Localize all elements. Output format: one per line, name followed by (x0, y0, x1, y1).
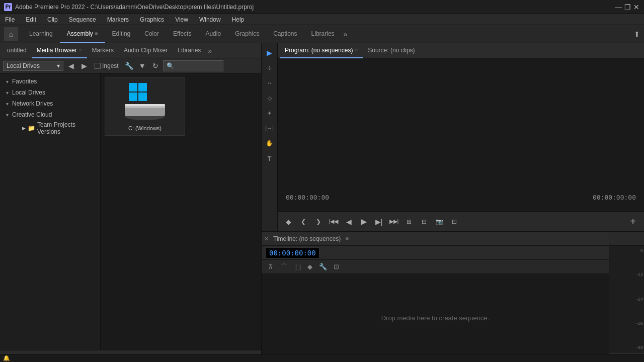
in-point-button[interactable]: ❮ (297, 215, 310, 228)
step-back-button[interactable]: ◀ (342, 215, 355, 228)
timeline-menu-icon[interactable]: ≡ (346, 236, 349, 241)
insert-button[interactable]: ⊞ (403, 215, 416, 228)
razor-tool-button[interactable]: ◇ (263, 92, 276, 105)
search-input[interactable] (163, 60, 223, 71)
timeline-timecode-value[interactable]: 00:00:00:00 (266, 247, 319, 258)
workspace-tab-editing[interactable]: Editing (105, 25, 138, 43)
go-to-in-button[interactable]: |◀◀ (327, 215, 340, 228)
level-mark-24: -24 (630, 297, 643, 302)
tab-media-browser[interactable]: Media Browser ≡ (32, 43, 87, 58)
tab-libraries[interactable]: Libraries (173, 43, 206, 58)
workspace-tab-graphics[interactable]: Graphics (228, 25, 266, 43)
menu-markers[interactable]: Markers (105, 15, 131, 24)
maximize-button[interactable]: ❐ (624, 4, 631, 11)
workspace-tab-audio[interactable]: Audio (198, 25, 228, 43)
navigate-back-button[interactable]: ◀ (65, 60, 76, 71)
c-drive-thumbnail (110, 82, 180, 122)
slip-tool-button[interactable]: ✦ (263, 107, 276, 120)
tree-team-projects-versions[interactable]: ▶ 📁 Team Projects Versions (0, 120, 100, 137)
tl-snap-button[interactable]: ⊼ (266, 262, 276, 272)
window-controls: — ❐ ✕ (615, 4, 640, 11)
tree-section-favorites: ▾ Favorites (0, 76, 100, 86)
left-panel: untitled Media Browser ≡ Markers Audio C… (0, 43, 262, 362)
refresh-icon[interactable]: ↻ (150, 60, 161, 71)
hand-tool-button[interactable]: ✋ (263, 137, 276, 150)
menu-graphics[interactable]: Graphics (138, 15, 166, 24)
favorites-label: Favorites (12, 78, 37, 85)
program-menu-icon: ≡ (355, 47, 358, 53)
menu-view[interactable]: View (173, 15, 190, 24)
menu-help[interactable]: Help (230, 15, 247, 24)
timeline-toolbar: ⊼ ⌒ ⋮| ◆ 🔧 ⊡ (262, 260, 609, 274)
settings-button[interactable]: ⊡ (448, 215, 461, 228)
close-button[interactable]: ✕ (633, 4, 640, 11)
tl-wrench-button[interactable]: 🔧 (318, 262, 328, 272)
svg-rect-7 (125, 104, 165, 106)
tl-linked-button[interactable]: ⌒ (279, 262, 289, 272)
tree-section-creative-cloud: ▾ Creative Cloud ▶ 📁 Team Projects Versi… (0, 110, 100, 137)
left-tabs-more-icon[interactable]: » (208, 47, 212, 55)
workspace-tab-effects[interactable]: Effects (166, 25, 198, 43)
minimize-button[interactable]: — (615, 4, 622, 11)
workspace-tab-assembly[interactable]: Assembly ≡ (60, 25, 105, 43)
workspace-more-icon[interactable]: » (344, 30, 348, 38)
menu-window[interactable]: Window (197, 15, 223, 24)
ripple-edit-tool-button[interactable]: ↔ (263, 76, 276, 89)
tl-settings-button[interactable]: ⊡ (331, 262, 341, 272)
timeline-body: Drop media here to create sequence. (262, 274, 609, 362)
tree-network-drives-header[interactable]: ▾ Network Drives (0, 99, 100, 109)
export-button[interactable]: ⬆ (634, 30, 640, 38)
ingest-checkbox[interactable] (95, 63, 101, 69)
out-point-button[interactable]: ❯ (312, 215, 325, 228)
workspace-tab-color[interactable]: Color (137, 25, 166, 43)
pen-tool-button[interactable]: |↔| (263, 122, 276, 135)
export-frame-button[interactable]: 📷 (433, 215, 446, 228)
workspace-tab-captions[interactable]: Captions (266, 25, 304, 43)
location-dropdown[interactable]: Local Drives ▾ (3, 61, 63, 71)
home-button[interactable]: ⌂ (4, 27, 18, 41)
navigate-forward-button[interactable]: ▶ (78, 60, 90, 71)
ingest-label: Ingest (102, 62, 119, 69)
network-drives-expand-icon: ▾ (4, 101, 10, 107)
filter-icon[interactable]: ▼ (137, 60, 148, 71)
timeline-close-button[interactable]: × (265, 235, 268, 242)
menu-file[interactable]: File (3, 15, 17, 24)
track-select-tool-button[interactable]: ⊹ (263, 61, 276, 74)
workspace-tab-libraries[interactable]: Libraries (304, 25, 342, 43)
tab-source[interactable]: Source: (no clips) (363, 43, 420, 58)
tab-markers[interactable]: Markers (87, 43, 119, 58)
sidebar-tree: ▾ Favorites ▾ Local Drives ▾ Network Dri… (0, 73, 101, 350)
tree-local-drives-header[interactable]: ▾ Local Drives (0, 87, 100, 98)
tl-keyframe-button[interactable]: ◆ (305, 262, 315, 272)
tab-program[interactable]: Program: (no sequences) ≡ (280, 43, 363, 58)
marker-button[interactable]: ◆ (282, 215, 295, 228)
tab-audio-clip-mixer[interactable]: Audio Clip Mixer (119, 43, 173, 58)
menu-clip[interactable]: Clip (45, 15, 60, 24)
tree-favorites-header[interactable]: ▾ Favorites (0, 76, 100, 86)
step-forward-button[interactable]: ▶| (372, 215, 385, 228)
play-button[interactable]: ▶ (357, 215, 370, 228)
tree-creative-cloud-header[interactable]: ▾ Creative Cloud (0, 110, 100, 120)
type-tool-button[interactable]: T (263, 152, 276, 165)
menu-sequence[interactable]: Sequence (67, 15, 98, 24)
source-tab-label: Source: (no clips) (368, 47, 415, 54)
menu-edit[interactable]: Edit (24, 15, 38, 24)
overwrite-button[interactable]: ⊟ (418, 215, 431, 228)
title-bar-left: Pr Adobe Premiere Pro 2022 - C:\Users\ad… (4, 3, 254, 11)
workspace-tab-learning[interactable]: Learning (22, 25, 60, 43)
selection-tool-button[interactable]: ▶ (263, 46, 276, 59)
tab-untitled[interactable]: untitled (2, 43, 32, 58)
settings-wrench-icon[interactable]: 🔧 (124, 60, 135, 71)
ingest-toggle[interactable]: Ingest (92, 61, 122, 70)
tl-markers-button[interactable]: ⋮| (292, 262, 302, 272)
level-mark-0: 0 (630, 248, 643, 253)
add-track-button[interactable]: + (626, 216, 640, 227)
go-to-out-button[interactable]: ▶▶| (387, 215, 400, 228)
media-item-c-drive[interactable]: C: (Windows) (105, 77, 185, 136)
team-projects-folder-icon: 📁 (28, 125, 35, 132)
timeline-tabs: × Timeline: (no sequences) ≡ (262, 232, 609, 246)
timeline-timecode: 00:00:00:00 (262, 246, 609, 260)
timecode-left: 00:00:00:00 (286, 194, 329, 201)
program-tab-label: Program: (no sequences) (285, 47, 353, 54)
panel-area: untitled Media Browser ≡ Markers Audio C… (0, 43, 644, 362)
